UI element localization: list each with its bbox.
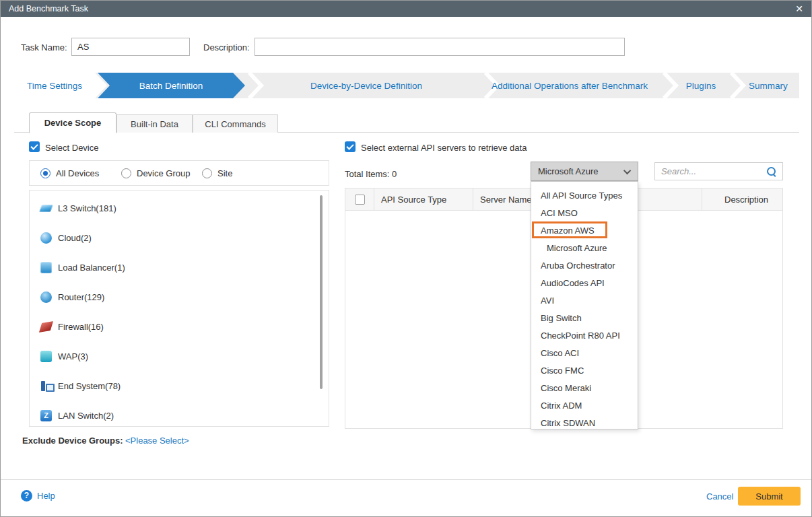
sub-tab-bar: Device Scope Built-in Data CLI Commands <box>14 112 799 133</box>
api-source-type-dropdown-list: All API Source Types ACI MSO Amazon AWS … <box>531 181 638 429</box>
list-item-lan-switch[interactable]: LAN Switch(2) <box>30 401 329 427</box>
router-icon <box>40 291 52 303</box>
radio-icon <box>40 168 50 178</box>
option-checkpoint-r80-api[interactable]: CheckPoint R80 API <box>531 327 638 345</box>
exclude-device-groups-label: Exclude Device Groups: <box>22 436 123 446</box>
total-items: Total Items: 0 <box>345 169 397 179</box>
tab-label: CLI Commands <box>205 119 265 129</box>
step-label-summary[interactable]: Summary <box>749 81 788 91</box>
option-citrix-sdwan[interactable]: Citrix SDWAN <box>531 415 638 429</box>
option-all-api-source-types[interactable]: All API Source Types <box>531 187 638 205</box>
task-name-label: Task Name: <box>21 42 67 53</box>
footer-divider <box>1 479 811 480</box>
search-box <box>654 162 783 180</box>
tab-cli-commands[interactable]: CLI Commands <box>193 114 278 133</box>
header-checkbox-cell <box>345 188 374 210</box>
exclude-device-groups-link[interactable]: <Please Select> <box>125 436 189 446</box>
list-item-firewall[interactable]: Firewall(16) <box>30 312 329 341</box>
total-items-label: Total Items: <box>345 169 389 179</box>
device-type-label: End System(78) <box>58 381 121 391</box>
list-item-router[interactable]: Router(129) <box>30 282 329 312</box>
title-bar: Add Benchmark Task ✕ <box>1 1 811 17</box>
step-label-additional-operations[interactable]: Additional Operations after Benchmark <box>492 81 648 91</box>
option-avi[interactable]: AVI <box>531 292 638 310</box>
list-item-wap[interactable]: WAP(3) <box>30 341 329 371</box>
option-cisco-aci[interactable]: Cisco ACI <box>531 345 638 362</box>
task-name-input[interactable] <box>71 38 190 56</box>
select-api-servers-label: Select external API servers to retrieve … <box>361 143 527 153</box>
tab-built-in-data[interactable]: Built-in Data <box>116 114 193 133</box>
option-big-switch[interactable]: Big Switch <box>531 310 638 327</box>
option-aci-mso[interactable]: ACI MSO <box>531 205 638 222</box>
tab-label: Device Scope <box>44 118 102 128</box>
option-amazon-aws[interactable]: Amazon AWS <box>531 222 638 240</box>
list-item-l3-switch[interactable]: L3 Switch(181) <box>30 193 329 223</box>
device-type-label: LAN Switch(2) <box>58 411 114 421</box>
dropdown-selected-value: Microsoft Azure <box>538 166 599 176</box>
device-list-scrollbar[interactable] <box>320 195 323 389</box>
device-type-label: L3 Switch(181) <box>58 203 116 213</box>
l3-switch-icon <box>39 205 53 212</box>
firewall-icon <box>39 320 53 332</box>
tab-label: Built-in Data <box>131 119 178 129</box>
option-cisco-meraki[interactable]: Cisco Meraki <box>531 380 638 397</box>
help-label: Help <box>37 491 55 501</box>
list-item-end-system[interactable]: End System(78) <box>30 371 329 401</box>
radio-site[interactable]: Site <box>202 168 232 178</box>
cloud-icon <box>40 232 52 244</box>
wap-icon <box>40 351 52 362</box>
total-items-value: 0 <box>392 169 397 179</box>
step-label-time-settings[interactable]: Time Settings <box>27 81 82 91</box>
list-item-load-balancer[interactable]: Load Balancer(1) <box>30 252 329 282</box>
dialog-title: Add Benchmark Task <box>9 4 88 13</box>
radio-icon <box>202 168 212 178</box>
description-label: Description: <box>203 42 250 53</box>
device-type-label: Load Balancer(1) <box>58 263 125 273</box>
search-input[interactable] <box>655 163 763 180</box>
list-item-cloud[interactable]: Cloud(2) <box>30 223 329 252</box>
add-benchmark-task-dialog: Add Benchmark Task ✕ Task Name: Descript… <box>0 0 812 517</box>
api-source-type-dropdown[interactable]: Microsoft Azure <box>531 162 638 181</box>
search-icon[interactable] <box>766 166 777 177</box>
step-label-device-by-device[interactable]: Device-by-Device Definition <box>310 81 422 91</box>
cancel-button[interactable]: Cancel <box>706 491 733 502</box>
column-description: Description <box>702 188 782 210</box>
select-all-checkbox[interactable] <box>355 195 365 205</box>
device-type-label: Firewall(16) <box>58 322 104 332</box>
radio-all-devices[interactable]: All Devices <box>40 168 99 178</box>
load-balancer-icon <box>40 262 52 273</box>
wizard-steps: Time Settings Batch Definition Device-by… <box>14 73 799 98</box>
option-aruba-orchestrator[interactable]: Aruba Orchestrator <box>531 257 638 275</box>
end-system-icon <box>40 380 52 392</box>
close-icon[interactable]: ✕ <box>795 4 803 13</box>
option-cisco-fmc[interactable]: Cisco FMC <box>531 362 638 380</box>
column-api-source-type: API Source Type <box>374 188 473 210</box>
option-label: Amazon AWS <box>541 226 595 236</box>
device-type-label: Router(129) <box>58 292 104 302</box>
select-api-servers-checkbox[interactable] <box>345 141 356 152</box>
help-link[interactable]: ? Help <box>21 490 55 502</box>
submit-button[interactable]: Submit <box>738 487 801 506</box>
radio-label: Site <box>217 168 232 178</box>
radio-device-group[interactable]: Device Group <box>121 168 190 178</box>
option-microsoft-azure[interactable]: Microsoft Azure <box>531 240 638 257</box>
radio-icon <box>121 168 131 178</box>
step-label-plugins[interactable]: Plugins <box>686 81 716 91</box>
select-device-label: Select Device <box>45 143 98 153</box>
device-type-label: WAP(3) <box>58 351 88 361</box>
lan-switch-icon <box>40 410 52 421</box>
radio-label: Device Group <box>137 168 190 178</box>
device-type-label: Cloud(2) <box>58 233 92 243</box>
radio-label: All Devices <box>56 168 99 178</box>
step-label-batch-definition[interactable]: Batch Definition <box>139 81 203 91</box>
select-device-checkbox[interactable] <box>29 141 40 152</box>
tab-device-scope[interactable]: Device Scope <box>29 112 116 133</box>
chevron-down-icon <box>623 166 631 174</box>
option-audiocodes-api[interactable]: AudioCodes API <box>531 275 638 292</box>
device-scope-option-box: All Devices Device Group Site <box>29 160 329 186</box>
help-icon: ? <box>21 490 32 502</box>
option-citrix-adm[interactable]: Citrix ADM <box>531 397 638 415</box>
device-type-list: L3 Switch(181) Cloud(2) Load Balancer(1)… <box>29 190 329 427</box>
description-input[interactable] <box>255 38 625 56</box>
